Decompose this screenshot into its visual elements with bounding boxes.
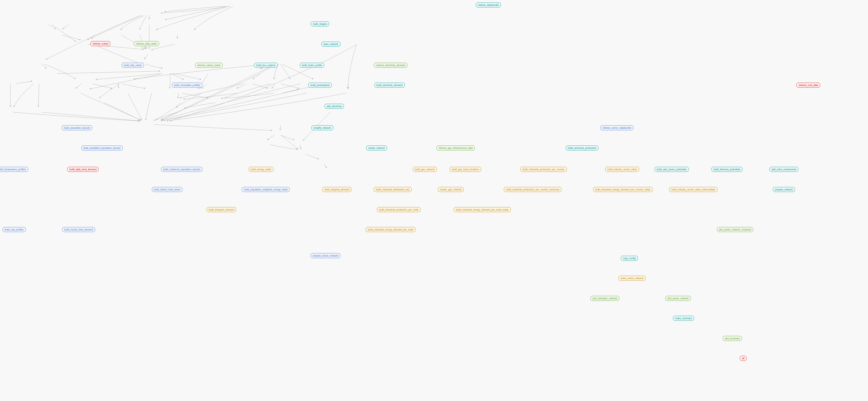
- node-copy_config[interactable]: copy_config: [621, 256, 638, 261]
- node-build_industry_sector_ratios[interactable]: build_industry_sector_ratios: [606, 167, 639, 172]
- node-build_salt_cavern_potentials[interactable]: build_salt_cavern_potentials: [655, 167, 689, 172]
- node-build_energy_totals[interactable]: build_energy_totals: [248, 167, 273, 172]
- node-build_shipping_demand[interactable]: build_shipping_demand: [322, 187, 352, 192]
- node-cluster_gas_network[interactable]: cluster_gas_network: [438, 187, 464, 192]
- node-build_industrial_production_per_node[interactable]: build_industrial_production_per_node: [377, 207, 421, 212]
- node-build_hydro_profile[interactable]: build_hydro_profile: [300, 63, 324, 67]
- node-retrieve_natura_raster[interactable]: retrieve_natura_raster: [195, 63, 223, 67]
- node-build_temperature_profiles[interactable]: build_temperature_profiles: [0, 167, 28, 172]
- node-build_industrial_energy_demand_per_node[interactable]: build_industrial_energy_demand_per_node: [366, 227, 415, 232]
- node-retrieve_sector_databundle[interactable]: retrieve_sector_databundle: [600, 125, 633, 131]
- node-build_bus_regions[interactable]: build_bus_regions: [254, 63, 278, 67]
- node-build_transport_demand[interactable]: build_transport_demand: [207, 207, 236, 212]
- node-make_summary[interactable]: make_summary: [673, 316, 694, 321]
- node-build_electricity_demand[interactable]: build_electricity_demand: [374, 83, 405, 88]
- node-prepare_network[interactable]: prepare_network: [773, 187, 795, 192]
- node-build_clustered_population_layouts[interactable]: build_clustered_population_layouts: [161, 167, 202, 172]
- node-add_electricity[interactable]: add_electricity: [324, 104, 344, 109]
- node-build_hourly_heat_demand[interactable]: build_hourly_heat_demand: [62, 227, 95, 232]
- node-build_population_layouts[interactable]: build_population_layouts: [62, 125, 92, 131]
- node-retrieve_electricity_demand[interactable]: retrieve_electricity_demand: [374, 63, 407, 67]
- node-build_population_weighted_energy_totals[interactable]: build_population_weighted_energy_totals: [242, 187, 290, 192]
- node-plot_power_network[interactable]: plot_power_network: [665, 296, 691, 301]
- node-build_industrial_production_per_country[interactable]: build_industrial_production_per_country: [521, 167, 567, 172]
- node-build_industry_sector_ratios_intermediate[interactable]: build_industry_sector_ratios_intermediat…: [669, 187, 717, 192]
- node-build_biomass_potentials[interactable]: build_biomass_potentials: [711, 167, 742, 172]
- node-build_industrial_energy_demand_per_country_today[interactable]: build_industrial_energy_demand_per_count…: [593, 187, 652, 192]
- node-retrieve_cost_data[interactable]: retrieve_cost_data: [797, 83, 820, 88]
- node-build_industrial_energy_demand_per_node_today[interactable]: build_industrial_energy_demand_per_node_…: [454, 207, 510, 212]
- node-all[interactable]: all: [740, 356, 746, 361]
- node-build_district_heat_share[interactable]: build_district_heat_share: [152, 187, 182, 192]
- node-build_industrial_distribution_key[interactable]: build_industrial_distribution_key: [374, 187, 412, 192]
- node-add_extra_components[interactable]: add_extra_components: [770, 167, 799, 172]
- node-simplify_network[interactable]: simplify_network: [311, 125, 333, 131]
- node-build_ammonia_production[interactable]: build_ammonia_production: [566, 145, 598, 150]
- node-plot_summary[interactable]: plot_summary: [723, 336, 742, 341]
- node-build_cop_profiles[interactable]: build_cop_profiles: [2, 227, 26, 232]
- node-base_network[interactable]: base_network: [321, 42, 340, 47]
- node-plot_hydrogen_network[interactable]: plot_hydrogen_network: [590, 296, 619, 301]
- node-build_gas_network[interactable]: build_gas_network: [413, 167, 437, 172]
- node-retrieve_cutout[interactable]: retrieve_cutout: [90, 41, 111, 46]
- node-build_shapes[interactable]: build_shapes: [311, 22, 329, 27]
- node-build_industrial_production_per_country_tomorrow[interactable]: build_industrial_production_per_country_…: [504, 187, 561, 192]
- node-retrieve_gas_infrastructure_data[interactable]: retrieve_gas_infrastructure_data: [436, 145, 475, 150]
- node-prepare_sector_network[interactable]: prepare_sector_network: [310, 253, 340, 258]
- node-build_daily_heat_demand[interactable]: build_daily_heat_demand: [67, 167, 98, 172]
- node-build_simplified_population_layouts[interactable]: build_simplified_population_layouts: [81, 145, 123, 150]
- node-build_powerplants[interactable]: build_powerplants: [308, 83, 332, 88]
- node-build_gas_input_locations[interactable]: build_gas_input_locations: [450, 167, 481, 172]
- node-cluster_network[interactable]: cluster_network: [366, 145, 387, 150]
- node-plot_power_network_clustered[interactable]: plot_power_network_clustered: [717, 227, 753, 232]
- edges-svg: [0, 0, 868, 401]
- dag-graph: retrieve_databundlebuild_shapesbase_netw…: [0, 0, 868, 401]
- node-retrieve_databundle[interactable]: retrieve_databundle: [475, 3, 501, 8]
- node-solve_sector_network[interactable]: solve_sector_network: [618, 276, 646, 281]
- node-build_ship_raster[interactable]: build_ship_raster: [122, 63, 144, 67]
- node-retrieve_ship_raster[interactable]: retrieve_ship_raster: [134, 41, 159, 46]
- node-build_renewable_profiles[interactable]: build_renewable_profiles: [172, 83, 203, 88]
